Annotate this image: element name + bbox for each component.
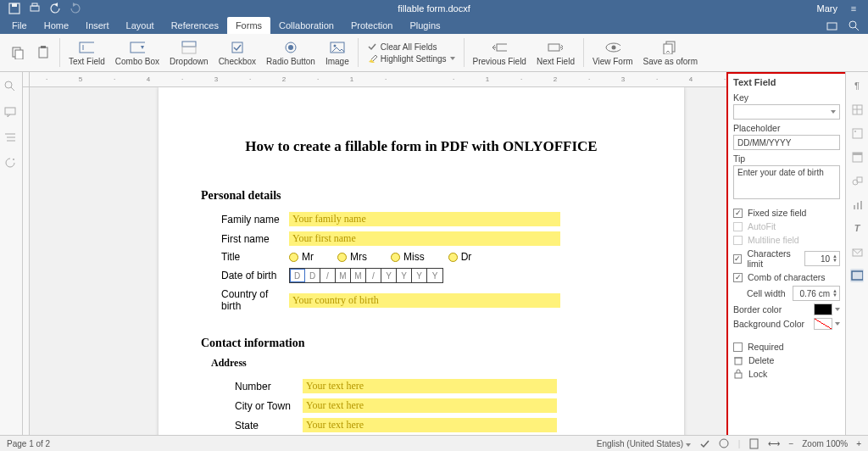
title-radio-dr[interactable]: Dr [448,251,472,263]
menu-icon[interactable]: ≡ [848,3,860,14]
chart-settings-icon[interactable] [850,198,864,211]
copy-icon[interactable] [5,43,31,62]
zoom-level[interactable]: Zoom 100% [802,439,848,448]
family-name-field[interactable]: Your family name [289,212,560,226]
table-settings-icon[interactable] [850,103,864,116]
svg-rect-47 [857,203,859,209]
left-rail [0,72,23,435]
language-selector[interactable]: English (United States) [597,439,691,448]
svg-rect-16 [232,42,242,53]
svg-rect-10 [41,46,46,48]
spellcheck-icon[interactable] [699,438,710,449]
menu-insert[interactable]: Insert [77,17,118,34]
required-checkbox[interactable]: Required [733,342,840,352]
menu-forms[interactable]: Forms [227,17,270,34]
key-select[interactable] [733,104,840,120]
trash-icon [733,355,743,365]
open-location-icon[interactable] [826,19,837,31]
bg-color-picker[interactable] [814,318,832,330]
comb-checkbox[interactable]: ✓Comb of characters [733,272,840,282]
tracking-icon[interactable] [719,438,730,449]
clear-all-fields-button[interactable]: Clear All Fields [367,42,437,52]
combo-box-button[interactable]: Combo Box [110,38,164,68]
svg-rect-4 [827,23,837,30]
paragraph-settings-icon[interactable]: ¶ [850,79,864,92]
cob-field[interactable]: Your country of birth [289,293,560,308]
title-bar: fillable form.docxf Mary ≡ [0,0,868,17]
mailmerge-settings-icon[interactable] [850,245,864,259]
find-icon[interactable] [4,81,18,94]
svg-rect-46 [854,205,855,209]
state-field[interactable]: Your text here [303,418,557,432]
char-limit-input[interactable]: 10▲▼ [804,251,840,266]
print-icon[interactable] [29,3,41,14]
save-icon[interactable] [8,3,20,14]
zoom-out-icon[interactable]: − [788,439,793,448]
next-field-button[interactable]: Next Field [531,38,580,68]
image-button[interactable]: Image [320,38,354,68]
menu-home[interactable]: Home [36,17,77,34]
checkbox-button[interactable]: Checkbox [214,38,261,68]
svg-rect-50 [852,271,863,280]
save-as-oform-button[interactable]: Save as oform [638,38,703,68]
cell-width-input[interactable]: 0.76 cm▲▼ [793,286,840,301]
document-canvas[interactable]: ·5·4·3·2·1··1·2·3·4·5·6·7·8·9·10·11·12·1… [23,72,726,435]
dob-field[interactable]: DD/MM/YYYY [289,268,443,283]
city-label: City or Town [235,400,303,412]
svg-point-5 [849,21,856,28]
image-settings-icon[interactable] [850,126,864,140]
delete-button[interactable]: Delete [733,355,840,365]
menu-layout[interactable]: Layout [118,17,163,34]
svg-rect-36 [735,373,742,378]
headings-icon[interactable] [4,131,18,145]
placeholder-input[interactable]: DD/MM/YYYY [733,135,840,150]
header-settings-icon[interactable] [850,150,864,164]
border-color-label: Border color [733,304,782,315]
svg-rect-22 [548,44,559,51]
first-name-field[interactable]: Your first name [289,231,560,246]
text-field-button[interactable]: Text Field [64,38,110,68]
svg-rect-29 [5,108,15,114]
title-radio-miss[interactable]: Miss [391,251,425,263]
menu-plugins[interactable]: Plugins [401,17,448,34]
comments-icon[interactable] [4,106,18,120]
multiline-checkbox: Multiline field [733,235,840,245]
redo-icon[interactable] [70,3,81,14]
paste-icon[interactable] [31,43,56,62]
textart-settings-icon[interactable]: T [850,221,864,235]
title-radio-mr[interactable]: Mr [289,251,314,263]
number-field[interactable]: Your text here [303,379,557,393]
title-radio-mrs[interactable]: Mrs [337,251,367,263]
menu-protection[interactable]: Protection [342,17,402,34]
menu-references[interactable]: References [163,17,227,34]
fit-page-icon[interactable] [748,438,760,449]
view-form-button[interactable]: View Form [587,38,638,68]
lock-button[interactable]: Lock [733,369,840,379]
menu-file[interactable]: File [3,17,36,34]
svg-point-24 [611,45,615,49]
page: How to create a fillable form in PDF wit… [159,87,684,435]
zoom-in-icon[interactable]: + [856,439,861,448]
char-limit-checkbox[interactable]: ✓Characters limit [733,248,804,269]
city-field[interactable]: Your text here [303,398,557,413]
bg-color-label: Background Color [733,319,804,329]
svg-point-18 [288,45,293,50]
undo-icon[interactable] [49,3,61,14]
tip-input[interactable]: Enter your date of birth [733,165,840,199]
page-indicator[interactable]: Page 1 of 2 [7,439,50,448]
user-name[interactable]: Mary [817,3,837,14]
previous-field-button[interactable]: Previous Field [468,38,531,68]
fixed-size-checkbox[interactable]: ✓Fixed size field [733,208,840,218]
radio-button-button[interactable]: Radio Button [261,38,320,68]
feedback-icon[interactable] [4,157,18,170]
border-color-picker[interactable] [814,303,832,315]
right-rail: ¶ T [845,72,868,435]
search-icon[interactable] [848,19,860,31]
shape-settings-icon[interactable] [850,174,864,187]
menu-collaboration[interactable]: Collaboration [270,17,342,34]
form-settings-icon[interactable] [850,269,864,282]
dropdown-button[interactable]: Dropdown [164,38,214,68]
highlight-settings-button[interactable]: Highlight Settings [367,53,455,64]
text-field-panel: Text Field Key Placeholder DD/MM/YYYY Ti… [726,72,845,435]
fit-width-icon[interactable]: ⟷ [768,439,780,448]
